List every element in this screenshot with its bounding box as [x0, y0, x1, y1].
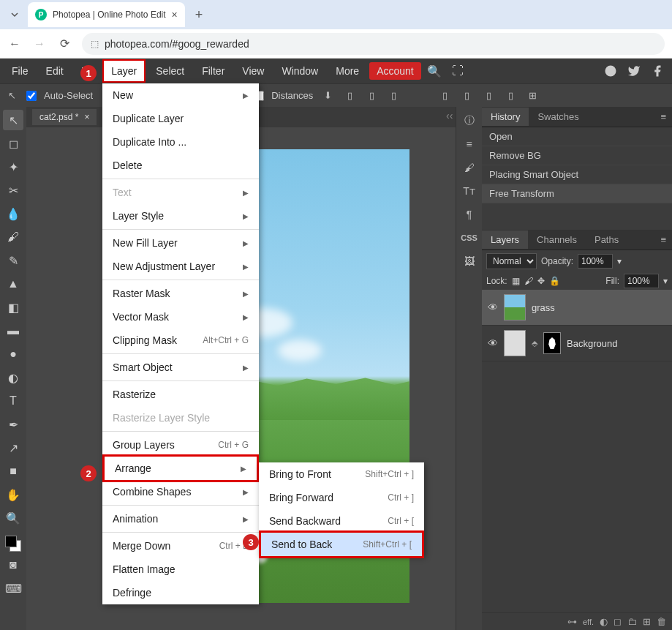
- crop-tool[interactable]: ✂: [3, 180, 23, 200]
- search-icon[interactable]: 🔍: [427, 64, 442, 78]
- align-left-icon[interactable]: ▯: [342, 89, 357, 103]
- reddit-icon[interactable]: [603, 64, 618, 78]
- download-icon[interactable]: ⬇: [320, 89, 335, 103]
- submenu-item-send-to-back[interactable]: Send to BackShift+Ctrl + [: [259, 530, 424, 558]
- image-icon[interactable]: 🖼: [460, 252, 479, 271]
- lock-trans-icon[interactable]: ▦: [512, 276, 520, 286]
- fx-icon[interactable]: eff.: [583, 618, 594, 626]
- paragraph-icon[interactable]: ¶: [460, 205, 479, 224]
- settings-icon[interactable]: ≡: [460, 135, 479, 154]
- history-item[interactable]: Remove BG: [482, 146, 672, 165]
- pen-tool[interactable]: ✒: [3, 414, 23, 435]
- menu-item-group-layers[interactable]: Group LayersCtrl + G: [102, 433, 259, 457]
- distribute4-icon[interactable]: ▯: [503, 89, 518, 103]
- layers-tab[interactable]: Layers: [482, 230, 528, 249]
- link-layers-icon[interactable]: ⊶: [567, 616, 577, 627]
- screenmode-tool[interactable]: ⌨: [3, 578, 23, 599]
- paths-tab[interactable]: Paths: [586, 230, 627, 249]
- menu-item-duplicate-into-[interactable]: Duplicate Into ...: [102, 130, 259, 154]
- history-item[interactable]: Open: [482, 127, 672, 146]
- menu-more[interactable]: More: [328, 61, 366, 81]
- history-item[interactable]: Free Transform: [482, 184, 672, 203]
- gradient-tool[interactable]: ▬: [3, 320, 23, 341]
- distribute2-icon[interactable]: ▯: [459, 89, 474, 103]
- zoom-tool[interactable]: 🔍: [3, 508, 23, 528]
- text2-icon[interactable]: Tᴛ: [460, 181, 479, 200]
- menu-item-rasterize[interactable]: Rasterize: [102, 383, 259, 406]
- menu-item-new-fill-layer[interactable]: New Fill Layer▶: [102, 231, 259, 255]
- submenu-item-bring-to-front[interactable]: Bring to FrontShift+Ctrl + ]: [259, 462, 424, 486]
- fullscreen-icon[interactable]: ⛶: [450, 64, 465, 78]
- mask-icon[interactable]: ◻: [614, 616, 622, 627]
- address-bar[interactable]: ⬚ photopea.com/#goog_rewarded: [82, 33, 665, 55]
- lock-move-icon[interactable]: ✥: [537, 276, 545, 286]
- menu-item-vector-mask[interactable]: Vector Mask▶: [102, 305, 259, 329]
- hand-tool[interactable]: ✋: [3, 484, 23, 505]
- menu-item-new[interactable]: New▶: [102, 83, 259, 107]
- blur-tool[interactable]: ●: [3, 344, 23, 364]
- menu-file[interactable]: File: [4, 61, 36, 81]
- menu-item-combine-shapes[interactable]: Combine Shapes▶: [102, 480, 259, 503]
- move-tool[interactable]: ↖: [3, 110, 23, 130]
- twitter-icon[interactable]: [627, 64, 641, 78]
- lock-all-icon[interactable]: 🔒: [549, 276, 560, 286]
- history-item[interactable]: Placing Smart Object: [482, 165, 672, 184]
- css-icon[interactable]: CSS: [460, 228, 479, 247]
- submenu-item-send-backward[interactable]: Send BackwardCtrl + [: [259, 509, 424, 533]
- menu-item-duplicate-layer[interactable]: Duplicate Layer: [102, 107, 259, 130]
- collapse-icon[interactable]: ‹‹: [446, 110, 453, 121]
- dodge-tool[interactable]: ◐: [3, 367, 23, 388]
- layer-row[interactable]: 👁 ⬘ Background: [482, 326, 672, 361]
- menu-item-new-adjustment-layer[interactable]: New Adjustment Layer▶: [102, 255, 259, 278]
- brush-panel-icon[interactable]: 🖌: [460, 158, 479, 177]
- menu-view[interactable]: View: [235, 61, 271, 81]
- menu-item-defringe[interactable]: Defringe: [102, 581, 259, 604]
- menu-item-clipping-mask[interactable]: Clipping MaskAlt+Ctrl + G: [102, 329, 259, 352]
- pencil-tool[interactable]: ✎: [3, 250, 23, 271]
- path-tool[interactable]: ↗: [3, 438, 23, 458]
- align-right-icon[interactable]: ▯: [386, 89, 401, 103]
- back-button[interactable]: ←: [7, 37, 22, 51]
- blend-mode-select[interactable]: Normal: [486, 253, 537, 269]
- delete-layer-icon[interactable]: 🗑: [657, 616, 666, 627]
- menu-filter[interactable]: Filter: [195, 61, 232, 81]
- close-doc-icon[interactable]: ×: [84, 112, 89, 122]
- channels-tab[interactable]: Channels: [528, 230, 586, 249]
- grid-icon[interactable]: ⊞: [525, 89, 540, 103]
- site-info-icon[interactable]: ⬚: [91, 39, 99, 49]
- eraser-tool[interactable]: ◧: [3, 297, 23, 318]
- fill-input[interactable]: 100%: [624, 274, 659, 288]
- close-tab-icon[interactable]: ×: [172, 9, 178, 20]
- layer-thumbnail[interactable]: [504, 294, 526, 320]
- history-tab[interactable]: History: [482, 108, 529, 126]
- menu-item-raster-mask[interactable]: Raster Mask▶: [102, 282, 259, 305]
- forward-button[interactable]: →: [32, 37, 47, 51]
- folder-icon[interactable]: 🗀: [627, 616, 637, 627]
- submenu-item-bring-forward[interactable]: Bring ForwardCtrl + ]: [259, 486, 424, 509]
- new-layer-icon[interactable]: ⊞: [643, 616, 651, 627]
- opacity-dropdown-icon[interactable]: ▾: [617, 256, 622, 266]
- menu-item-arrange[interactable]: Arrange▶: [102, 454, 259, 482]
- marquee-tool[interactable]: ◻: [3, 133, 23, 154]
- menu-edit[interactable]: Edit: [39, 61, 71, 81]
- menu-select[interactable]: Select: [148, 61, 192, 81]
- layers-menu-icon[interactable]: ≡: [654, 234, 672, 245]
- align-center-icon[interactable]: ▯: [364, 89, 379, 103]
- info-icon[interactable]: ⓘ: [460, 111, 479, 130]
- stamp-tool[interactable]: ▲: [3, 274, 23, 294]
- facebook-icon[interactable]: [650, 64, 665, 78]
- document-tab[interactable]: cat2.psd * ×: [32, 109, 97, 125]
- menu-item-flatten-image[interactable]: Flatten Image: [102, 558, 259, 581]
- color-swatch[interactable]: [5, 536, 21, 552]
- type-tool[interactable]: T: [3, 391, 23, 411]
- link-icon[interactable]: ⬘: [532, 339, 537, 348]
- panel-menu-icon[interactable]: ≡: [654, 111, 672, 122]
- layer-thumbnail[interactable]: [504, 330, 526, 356]
- menu-window[interactable]: Window: [274, 61, 325, 81]
- menu-item-layer-style[interactable]: Layer Style▶: [102, 204, 259, 228]
- tab-dropdown[interactable]: [6, 6, 23, 23]
- quickmask-tool[interactable]: ◙: [3, 555, 23, 575]
- new-tab-button[interactable]: +: [189, 7, 209, 23]
- layer-row[interactable]: 👁 grass: [482, 290, 672, 326]
- distribute3-icon[interactable]: ▯: [481, 89, 496, 103]
